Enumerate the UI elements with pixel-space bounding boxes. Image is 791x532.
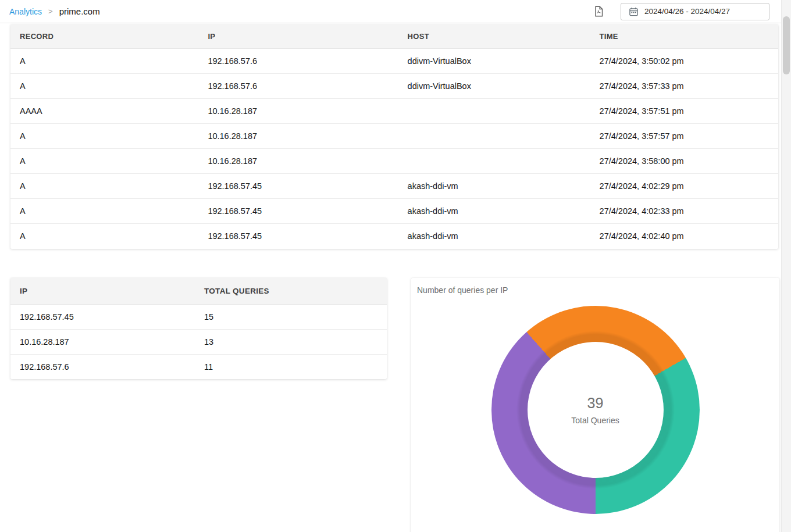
topbar-actions: 2024/04/26 - 2024/04/27 — [593, 3, 769, 20]
ip-cell: 10.16.28.187 — [198, 149, 398, 174]
table-row: A 10.16.28.187 27/4/2024, 3:58:00 pm — [10, 149, 778, 174]
record-cell: AAAA — [10, 99, 198, 124]
ip-cell: 192.168.57.45 — [198, 199, 398, 224]
ip-cell: 192.168.57.6 — [10, 354, 195, 379]
table-header-row: RECORD IP HOST TIME — [10, 24, 778, 49]
export-pdf-button[interactable] — [593, 5, 604, 18]
donut-chart[interactable]: 39 Total Queries — [491, 306, 700, 514]
breadcrumb: Analytics > prime.com — [9, 6, 100, 16]
table-row: A 10.16.28.187 27/4/2024, 3:57:57 pm — [10, 124, 778, 149]
scrollbar-thumb[interactable] — [783, 16, 790, 74]
record-cell: A — [10, 199, 198, 224]
ip-cell: 192.168.57.45 — [198, 174, 398, 199]
total-queries-cell: 13 — [195, 329, 387, 354]
host-cell: akash-ddi-vm — [398, 174, 590, 199]
calendar-icon — [629, 7, 638, 16]
total-queries-cell: 11 — [195, 354, 387, 379]
host-cell — [398, 149, 590, 174]
queries-per-ip-table-card: IP TOTAL QUERIES 192.168.57.45 15 10.16.… — [10, 278, 387, 380]
record-cell: A — [10, 149, 198, 174]
breadcrumb-current-domain: prime.com — [59, 6, 100, 16]
pdf-file-icon — [594, 6, 603, 17]
col-header-ip: IP — [198, 24, 398, 49]
host-cell — [398, 99, 590, 124]
col-header-host: HOST — [398, 24, 590, 49]
breadcrumb-analytics-link[interactable]: Analytics — [9, 7, 42, 16]
breadcrumb-separator: > — [48, 7, 53, 16]
host-cell: akash-ddi-vm — [398, 199, 590, 224]
donut-hole: 39 Total Queries — [528, 342, 664, 478]
host-cell: akash-ddi-vm — [398, 224, 590, 249]
time-cell: 27/4/2024, 4:02:33 pm — [590, 199, 778, 224]
record-cell: A — [10, 174, 198, 199]
record-cell: A — [10, 74, 198, 99]
queries-chart-card: Number of queries per IP 39 Total Querie… — [411, 278, 779, 532]
record-cell: A — [10, 49, 198, 74]
host-cell: ddivm-VirtualBox — [398, 49, 590, 74]
table-row: AAAA 10.16.28.187 27/4/2024, 3:57:51 pm — [10, 99, 778, 124]
ip-cell: 192.168.57.45 — [198, 224, 398, 249]
donut-total-label: Total Queries — [571, 416, 619, 425]
date-range-picker[interactable]: 2024/04/26 - 2024/04/27 — [621, 3, 769, 20]
host-cell — [398, 124, 590, 149]
table-row: 10.16.28.187 13 — [10, 329, 387, 354]
ip-cell: 192.168.57.6 — [198, 74, 398, 99]
host-cell: ddivm-VirtualBox — [398, 74, 590, 99]
time-cell: 27/4/2024, 3:58:00 pm — [590, 149, 778, 174]
table-row: 192.168.57.45 15 — [10, 304, 387, 329]
dns-records-table-card: RECORD IP HOST TIME A 192.168.57.6 ddivm… — [10, 24, 778, 249]
col-header-record: RECORD — [10, 24, 198, 49]
time-cell: 27/4/2024, 3:50:02 pm — [590, 49, 778, 74]
ip-cell: 192.168.57.6 — [198, 49, 398, 74]
time-cell: 27/4/2024, 3:57:57 pm — [590, 124, 778, 149]
table-row: A 192.168.57.6 ddivm-VirtualBox 27/4/202… — [10, 74, 778, 99]
ip-cell: 10.16.28.187 — [198, 99, 398, 124]
donut-total-value: 39 — [587, 395, 604, 412]
topbar: Analytics > prime.com — [0, 0, 781, 23]
table-header-row: IP TOTAL QUERIES — [10, 278, 387, 305]
dns-records-table: RECORD IP HOST TIME A 192.168.57.6 ddivm… — [10, 24, 778, 249]
col-header-time: TIME — [590, 24, 778, 49]
ip-cell: 10.16.28.187 — [198, 124, 398, 149]
table-row: A 192.168.57.6 ddivm-VirtualBox 27/4/202… — [10, 49, 778, 74]
bottom-panels: IP TOTAL QUERIES 192.168.57.45 15 10.16.… — [10, 278, 781, 532]
col-header-ip: IP — [10, 278, 195, 305]
record-cell: A — [10, 224, 198, 249]
table-row: 192.168.57.6 11 — [10, 354, 387, 379]
table-row: A 192.168.57.45 akash-ddi-vm 27/4/2024, … — [10, 199, 778, 224]
table-row: A 192.168.57.45 akash-ddi-vm 27/4/2024, … — [10, 224, 778, 249]
col-header-total-queries: TOTAL QUERIES — [195, 278, 387, 305]
ip-cell: 192.168.57.45 — [10, 304, 195, 329]
date-range-value: 2024/04/26 - 2024/04/27 — [644, 7, 730, 16]
time-cell: 27/4/2024, 3:57:33 pm — [590, 74, 778, 99]
total-queries-cell: 15 — [195, 304, 387, 329]
time-cell: 27/4/2024, 4:02:29 pm — [590, 174, 778, 199]
time-cell: 27/4/2024, 3:57:51 pm — [590, 99, 778, 124]
ip-cell: 10.16.28.187 — [10, 329, 195, 354]
time-cell: 27/4/2024, 4:02:40 pm — [590, 224, 778, 249]
analytics-page: Analytics > prime.com — [0, 0, 781, 532]
queries-per-ip-table: IP TOTAL QUERIES 192.168.57.45 15 10.16.… — [10, 278, 387, 380]
chart-title: Number of queries per IP — [411, 278, 779, 295]
scrollbar-track[interactable] — [781, 0, 791, 532]
record-cell: A — [10, 124, 198, 149]
table-row: A 192.168.57.45 akash-ddi-vm 27/4/2024, … — [10, 174, 778, 199]
